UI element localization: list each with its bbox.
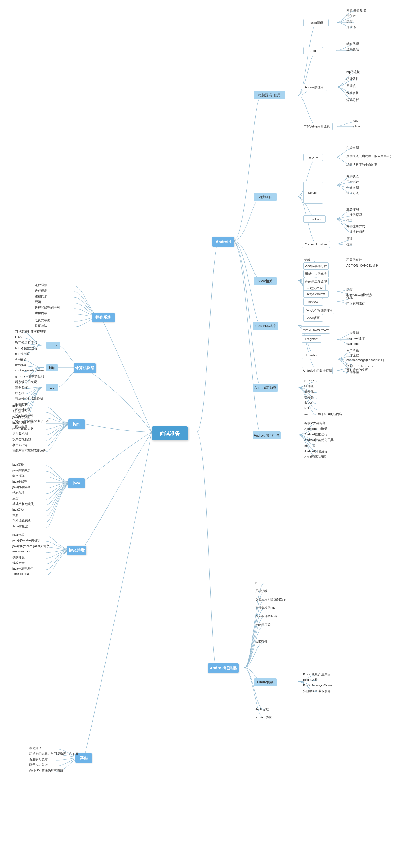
java-node: java xyxy=(68,478,85,488)
communication-node: 通信方式 xyxy=(345,191,360,195)
cookie-session-node: cookie session token xyxy=(14,368,45,372)
callback-unified-node: 回调统一 xyxy=(345,84,360,88)
cp-process-node: 流程 xyxy=(303,257,312,262)
dynamic-proxy-j-node: 动态代理 xyxy=(11,490,26,495)
broadcast-node: Broadcast xyxy=(303,215,326,223)
tcp-node: tcp xyxy=(46,384,58,391)
fragment-lifecycle-node: 生命周期 xyxy=(345,331,360,335)
surface-system-node: surface系统 xyxy=(254,715,272,720)
java-thread-node: java线程 xyxy=(11,532,25,537)
main-function-node: 主要作用 xyxy=(345,207,360,212)
two-states-node: 两种状态 xyxy=(345,174,360,179)
task-queue-node: 责任链 xyxy=(345,13,357,18)
deadlock-node: 死锁 xyxy=(34,300,42,304)
shared-pref-node: SharedPreferences xyxy=(345,364,374,368)
action-cancel-node: ACTION_CANCEL机制 xyxy=(345,263,380,268)
java-mem-overflow-node: java内存溢出 xyxy=(11,485,31,490)
rxjava-node: Rxjava的使用 xyxy=(302,84,327,91)
java-basic-node: java基础 xyxy=(11,462,25,467)
gson-node: gson xyxy=(352,119,361,123)
audio-system-node: Audio系统 xyxy=(254,707,270,712)
override-impl-node: 重载与重写底层实现原理 xyxy=(11,448,48,453)
google-io-node: 谷歌io大会内容 xyxy=(303,421,326,426)
android-version-node: android 5.0到 10.0更新内容 xyxy=(303,412,343,416)
threadlocal-node: ThreadLocal xyxy=(11,572,31,576)
https-node: https xyxy=(46,342,60,349)
http-node: http xyxy=(46,364,58,371)
androidoom-node: Androidoom场景 xyxy=(303,427,328,431)
common-sort-node: 常见排序 xyxy=(28,746,43,750)
reliable-flow-node: 可靠传输和流量控制 xyxy=(14,396,44,401)
click-show-node: 点击应用到画面的显示 xyxy=(254,597,287,602)
framework-source-node: 框架源码+使用 xyxy=(254,91,285,99)
rn-node: RN xyxy=(303,406,310,410)
basic-class-node: 基础类和包装类 xyxy=(11,502,35,506)
hotfix-node: 热修复 xyxy=(303,395,315,400)
handler-node: Handler xyxy=(302,351,321,359)
okhttp-node: okhttp源码 xyxy=(303,19,328,26)
jni-node: jni xyxy=(254,580,259,584)
android-other-node: Android 其他问题 xyxy=(253,432,281,439)
replace-algo-node: 换页算法 xyxy=(34,323,48,328)
lock-upgrade-node: 锁的升级 xyxy=(11,555,26,560)
understand-principle-node: 了解原理(未看源码) xyxy=(302,123,333,130)
class-load-node: 类加载机制 xyxy=(11,432,29,436)
smart-pointer-node: 智能指针 xyxy=(254,639,269,644)
service-lifecycle-node: 生命周期 xyxy=(345,185,360,190)
network-layer-node: 网络分层 xyxy=(14,425,29,429)
four-comp-boot-node: 四大组件的启动 xyxy=(254,614,278,619)
dns-node: dns解析 xyxy=(14,357,28,362)
recyclerview-node: recyclerView xyxy=(303,290,328,298)
http-cache-node: http缓存 xyxy=(14,363,28,368)
thread-switch-node: 线程切换 xyxy=(345,91,360,95)
boot-process-node: 开机流程 xyxy=(254,589,269,593)
scroll-conflict-node: 滑动中央的解决 xyxy=(303,270,328,277)
java-concurrent-node: java并发 xyxy=(67,546,86,555)
fragment-node: Fragment xyxy=(302,335,321,343)
symmetric-node: 对称加密和非对称加密 xyxy=(14,329,47,334)
four-timer-node: 四种计时器 xyxy=(14,408,32,412)
view-tags-node: View几个标签的作用 xyxy=(303,307,334,314)
apk-content-node: apk内容 xyxy=(303,443,317,448)
mindmap-container: 面试准备 Android 框架源码+使用 okhttp源码 同步 异步处理 责任… xyxy=(0,0,406,868)
virtual-mem-node: 虚拟内存 xyxy=(34,311,48,316)
broadcast-principle-node: 广播的原理 xyxy=(345,213,363,217)
pluginize-node: 插件化 xyxy=(303,390,315,394)
android-node: Android xyxy=(212,237,234,247)
cp-use-node: 使用 xyxy=(345,242,354,247)
bytecode-node: 字节码指令 xyxy=(11,443,29,447)
lv-optimize-node: 优化 xyxy=(345,296,354,300)
sendmessage-post-node: sendmessage和post的区别 xyxy=(345,358,385,363)
rv-cache-node: 缓存 xyxy=(345,287,354,292)
https-setup-node: https的建立过程 xyxy=(14,346,38,351)
dynamic-proxy-node: 动态代理 xyxy=(345,41,360,46)
os-node: 操作系统 xyxy=(92,313,115,322)
retrofit-node: retrofit xyxy=(303,47,323,55)
func-shake-node: 功能防抖 xyxy=(345,76,360,81)
fragment-item-node: fragment xyxy=(345,342,360,346)
java-generic-node: java泛型 xyxy=(11,507,25,512)
service-node: Service xyxy=(303,182,323,204)
delegate-model-node: 双亲委托模型 xyxy=(11,437,32,442)
listview-node: listView xyxy=(303,298,323,306)
fragment-comm-node: fragment通信 xyxy=(345,336,366,341)
three-binding-node: 三种绑定 xyxy=(345,180,360,184)
java-constant-pool-node: Java常量池 xyxy=(11,524,29,529)
source-analysis-node: 源码分析 xyxy=(345,98,360,102)
android-perf-node: Android性能优化 xyxy=(303,432,328,437)
content-provider-node: ContentProvider xyxy=(302,241,330,248)
http-status-node: http状态码 xyxy=(14,351,31,356)
file-storage-node: 文件存储 xyxy=(345,370,360,374)
network-node: 计算机网络 xyxy=(74,363,96,373)
android-storage-node: Android中的数据存储 xyxy=(302,367,333,374)
three-handshake-node: 三握四挥 xyxy=(14,385,29,390)
udp-diff-node: 和udp的区别 xyxy=(14,413,34,418)
url-process-node: 输入url到遭染发生了什么 xyxy=(14,419,51,424)
lifecycle-node: 生命周期 xyxy=(345,145,360,150)
activity-node: activity xyxy=(303,154,323,161)
reflect-node: 反射 xyxy=(11,496,20,501)
broadcast-order-node: 广播执行顺序 xyxy=(345,229,366,234)
two-register-node: 两种注册方式 xyxy=(345,224,366,229)
synchrogazer-node: java的Synchrogazer关键字 xyxy=(11,544,51,549)
rsa-node: RSA xyxy=(14,335,23,339)
